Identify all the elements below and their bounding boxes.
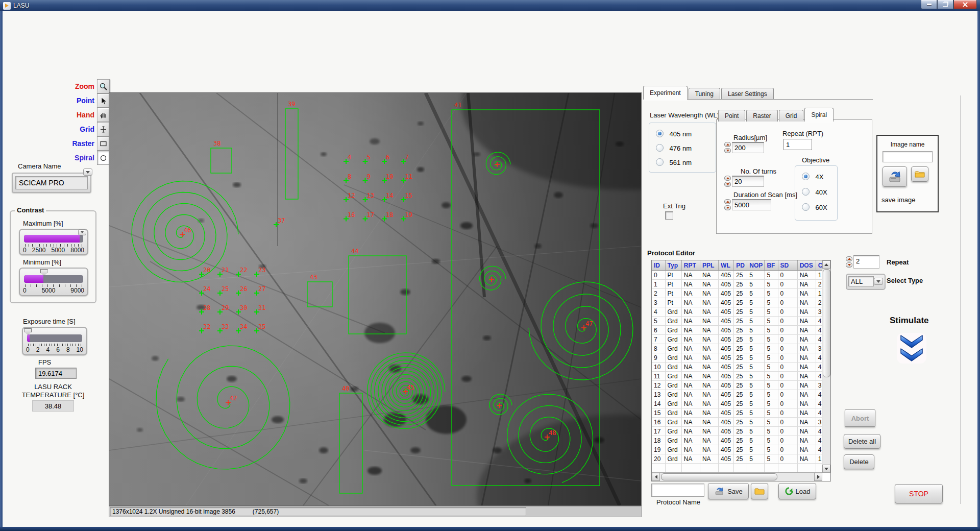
turns-decrement-icon[interactable]: [724, 182, 731, 187]
scroll-left-icon[interactable]: [652, 473, 660, 481]
title-bar[interactable]: LASU: [0, 0, 980, 11]
exposure-slider[interactable]: 0246810: [22, 327, 87, 355]
turns-value[interactable]: 20: [732, 176, 764, 187]
abort-button[interactable]: Abort: [845, 409, 875, 427]
duration-spinner[interactable]: 5000: [724, 199, 771, 210]
protocol-row-16[interactable]: 16GrdNANA40525550NA3: [652, 418, 822, 427]
stop-button[interactable]: STOP: [895, 484, 943, 503]
vertical-scroll-thumb[interactable]: [823, 269, 830, 377]
radio-icon[interactable]: [656, 130, 664, 137]
scan-tab-raster[interactable]: Raster: [746, 110, 777, 122]
protocol-row-6[interactable]: 6GrdNANA40525550NA4: [652, 326, 822, 335]
protocol-name-input[interactable]: [651, 484, 704, 497]
radius-increment-icon[interactable]: [724, 142, 731, 147]
camera-dropdown-icon[interactable]: [83, 168, 92, 176]
protocol-row-3[interactable]: 3PtNANA40525550NA2: [652, 298, 822, 307]
protocol-row-4[interactable]: 4GrdNANA40525550NA3: [652, 307, 822, 317]
repeat-value[interactable]: 2: [853, 255, 879, 269]
protocol-row-7[interactable]: 7GrdNANA40525550NA4: [652, 335, 822, 344]
radio-icon[interactable]: [802, 188, 810, 196]
minimize-button[interactable]: [921, 0, 937, 9]
radio-wavelength-405-nm[interactable]: 405 nm: [656, 130, 692, 138]
scan-tab-grid[interactable]: Grid: [779, 110, 804, 122]
cursor-icon[interactable]: [97, 93, 110, 108]
tab-tuning[interactable]: Tuning: [689, 88, 720, 100]
duration-value[interactable]: 5000: [732, 199, 771, 210]
repeat-increment-icon[interactable]: [846, 256, 852, 261]
radio-objective-4x[interactable]: 4X: [802, 173, 824, 181]
delete-all-button[interactable]: Delete all: [844, 434, 880, 449]
radius-spinner[interactable]: 200: [724, 142, 764, 153]
image-name-input[interactable]: [883, 151, 933, 162]
crosshair-icon[interactable]: [97, 122, 110, 136]
protocol-table[interactable]: IDTypRPTPPLWLPDNOPBFSDDOSC0PtNANA4052555…: [651, 260, 831, 481]
circle-icon[interactable]: [97, 151, 110, 165]
protocol-folder-button[interactable]: [751, 483, 768, 499]
repeat-decrement-icon[interactable]: [846, 262, 852, 268]
radio-wavelength-561-nm[interactable]: 561 nm: [656, 158, 692, 166]
repeat-spinner[interactable]: 2: [846, 255, 879, 269]
ext-trig-checkbox[interactable]: [665, 211, 673, 220]
protocol-save-button[interactable]: Save: [708, 483, 749, 499]
protocol-row-10[interactable]: 10GrdNANA40525550NA4: [652, 363, 822, 372]
column-header-dos[interactable]: DOS: [797, 260, 816, 271]
stimulate-button[interactable]: [897, 333, 926, 364]
column-header-rpt[interactable]: RPT: [681, 260, 700, 271]
close-button[interactable]: [953, 0, 977, 9]
radius-decrement-icon[interactable]: [724, 148, 731, 153]
protocol-row-12[interactable]: 12GrdNANA40525550NA3: [652, 381, 822, 390]
protocol-row-14[interactable]: 14GrdNANA40525550NA4: [652, 399, 822, 408]
image-folder-button[interactable]: [911, 166, 928, 182]
restore-button[interactable]: [937, 0, 953, 9]
camera-select[interactable]: SCICAM PRO: [12, 173, 91, 193]
protocol-row-15[interactable]: 15GrdNANA40525550NA4: [652, 408, 822, 418]
column-header-id[interactable]: ID: [652, 260, 665, 271]
duration-increment-icon[interactable]: [724, 199, 731, 204]
radio-icon[interactable]: [802, 173, 810, 180]
column-header-wl[interactable]: WL: [719, 260, 734, 271]
radius-value[interactable]: 200: [732, 142, 764, 153]
scan-tab-spiral[interactable]: Spiral: [804, 108, 834, 122]
radio-icon[interactable]: [656, 158, 664, 166]
protocol-row-13[interactable]: 13GrdNANA40525550NA4: [652, 390, 822, 399]
column-header-sd[interactable]: SD: [778, 260, 797, 271]
protocol-row-5[interactable]: 5GrdNANA40525550NA4: [652, 317, 822, 326]
protocol-row-20[interactable]: 20GrdNANA40525550NA1: [652, 454, 822, 464]
horizontal-scroll-thumb[interactable]: [661, 473, 777, 480]
protocol-horizontal-scrollbar[interactable]: [652, 472, 822, 481]
scroll-right-icon[interactable]: [814, 473, 822, 481]
tab-experiment[interactable]: Experiment: [643, 86, 688, 100]
contrast-max-slider[interactable]: 0250050008000: [19, 229, 88, 255]
select-type-dropdown-icon[interactable]: [874, 278, 883, 285]
radio-icon[interactable]: [656, 144, 664, 152]
column-header-c[interactable]: C: [816, 260, 822, 271]
select-type-combo[interactable]: ALL: [846, 274, 886, 290]
contrast-min-slider[interactable]: 050009000: [19, 268, 88, 296]
protocol-row-2[interactable]: 2PtNANA40525550NA1: [652, 289, 822, 298]
column-header-typ[interactable]: Typ: [665, 260, 681, 271]
turns-spinner[interactable]: 20: [724, 176, 764, 187]
protocol-load-button[interactable]: Load: [778, 483, 816, 499]
protocol-row-8[interactable]: 8GrdNANA40525550NA3: [652, 344, 822, 353]
protocol-row-11[interactable]: 11GrdNANA40525550NA4: [652, 372, 822, 381]
protocol-vertical-scrollbar[interactable]: [822, 260, 830, 473]
delete-button[interactable]: Delete: [844, 454, 874, 469]
column-header-bf[interactable]: BF: [765, 260, 778, 271]
protocol-row-19[interactable]: 19GrdNANA40525550NA4: [652, 445, 822, 454]
scroll-down-icon[interactable]: [822, 465, 830, 473]
protocol-row-17[interactable]: 17GrdNANA40525550NA4: [652, 427, 822, 436]
scan-tab-point[interactable]: Point: [718, 110, 745, 122]
radio-icon[interactable]: [802, 203, 810, 211]
protocol-row-18[interactable]: 18GrdNANA40525550NA4: [652, 436, 822, 445]
tab-laser-settings[interactable]: Laser Settings: [721, 88, 774, 100]
protocol-row-0[interactable]: 0PtNANA40525550NA1: [652, 271, 822, 280]
repeat-rpt-value[interactable]: 1: [783, 139, 812, 150]
radio-wavelength-476-nm[interactable]: 476 nm: [656, 144, 692, 152]
protocol-row-9[interactable]: 9GrdNANA40525550NA4: [652, 353, 822, 363]
magnifier-icon[interactable]: [97, 79, 110, 93]
turns-increment-icon[interactable]: [724, 176, 731, 181]
radio-objective-60x[interactable]: 60X: [802, 203, 827, 211]
microscopy-image-display[interactable]: 4567891011121314151617181920212223242526…: [109, 92, 642, 506]
radio-objective-40x[interactable]: 40X: [802, 188, 827, 196]
protocol-row-1[interactable]: 1PtNANA40525550NA2: [652, 280, 822, 289]
